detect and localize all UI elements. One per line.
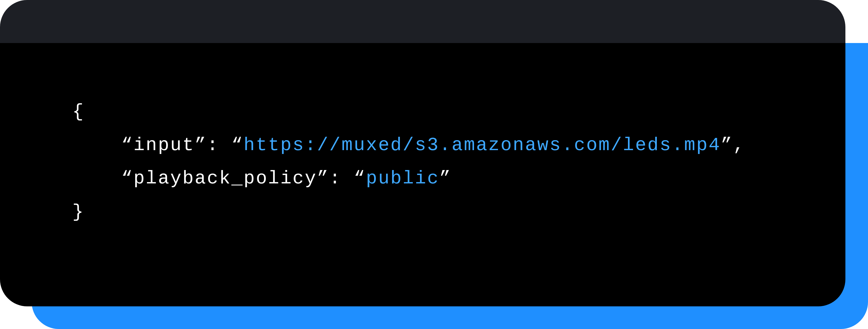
code-line-playback-value: public	[366, 168, 439, 189]
code-block: { “input”: “https://muxed/s3.amazonaws.c…	[0, 43, 845, 306]
code-line-close-brace: }	[72, 201, 85, 223]
code-card: { “input”: “https://muxed/s3.amazonaws.c…	[0, 0, 845, 306]
code-line-playback-key: “playback_policy”: “	[72, 168, 366, 189]
code-line-playback-suffix: ”	[439, 168, 452, 189]
code-line-input-key: “input”: “	[72, 135, 244, 156]
card-header-bar	[0, 0, 845, 43]
code-line-open-brace: {	[72, 101, 85, 122]
code-line-input-suffix: ”,	[721, 135, 745, 156]
code-line-input-value: https://muxed/s3.amazonaws.com/leds.mp4	[244, 135, 721, 156]
card-wrapper: { “input”: “https://muxed/s3.amazonaws.c…	[0, 0, 868, 329]
